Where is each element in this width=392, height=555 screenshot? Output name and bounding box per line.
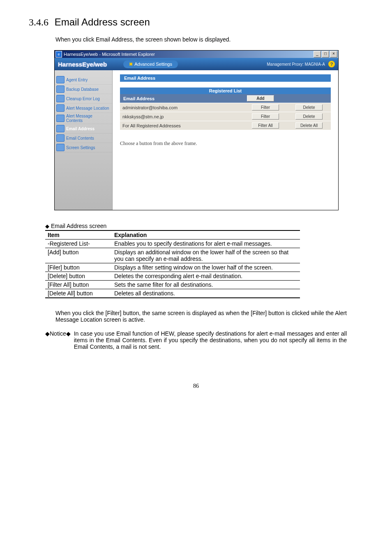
gear-icon [56, 144, 65, 151]
email-cell: administrator@toshiba.com [120, 103, 244, 112]
registered-table: Email Address Add administrator@toshiba.… [120, 94, 331, 130]
email-cell: nkkskyss@stm.ne.jp [120, 112, 244, 121]
help-icon[interactable]: ? [328, 61, 335, 67]
alert-icon [56, 115, 65, 122]
sidebar-item-alert-message-location[interactable]: Alert Message Location [55, 104, 112, 113]
sidebar-item-screen-settings[interactable]: Screen Settings [55, 143, 112, 152]
tools-icon: ✖ [129, 62, 133, 67]
section-title-text: Email Address screen [55, 16, 150, 28]
notice-block: ◆Notice◆ In case you use Email function … [45, 330, 347, 350]
ie-title: HarnessEye/web - Microsoft Internet Expl… [64, 52, 155, 57]
app-header: HarnessEye/web ✖ Advanced Settings Manag… [55, 58, 338, 70]
sidebar-item-email-contents[interactable]: Email Contents [55, 134, 112, 143]
notice-label: ◆Notice◆ [45, 330, 71, 350]
panel-title: Email Address [120, 74, 331, 82]
lower-frame-message: Choose a button from the above frame. [120, 140, 331, 147]
sidebar-item-cleanup-error-log[interactable]: Cleanup Error Log [55, 94, 112, 104]
notice-text: In case you use Email function of HEW, p… [74, 330, 347, 350]
sidebar-item-email-address[interactable]: Email Address [55, 124, 112, 134]
log-icon [56, 95, 65, 102]
section-number: 3.4.6 [29, 17, 48, 28]
delete-all-button[interactable]: Delete All [295, 122, 323, 129]
mgmt-proxy-label: Management Proxy: MAGNIA-A [267, 62, 325, 67]
filter-all-button[interactable]: Filter All [252, 122, 279, 129]
delete-button[interactable]: Delete [295, 104, 323, 111]
db-icon [56, 85, 65, 93]
sidebar: Agent Entry Backup Database Cleanup Erro… [55, 70, 113, 210]
delete-button[interactable]: Delete [295, 113, 323, 120]
ie-titlebar: e HarnessEye/web - Microsoft Internet Ex… [55, 51, 338, 58]
explanation-title: ◆ Email Address screen [45, 223, 363, 229]
col-explanation: Explanation [112, 230, 300, 240]
folder-icon [56, 76, 65, 83]
col-email: Email Address [120, 94, 244, 103]
close-button[interactable]: × [330, 51, 337, 58]
sidebar-item-alert-message-contents[interactable]: Alert Message Contents [55, 113, 112, 124]
filter-button[interactable]: Filter [252, 104, 279, 111]
explanation-table: Item Explanation -Registered List-Enable… [45, 230, 300, 298]
add-button[interactable]: Add [247, 95, 274, 101]
diamond-icon: ◆ [45, 223, 49, 229]
mail-icon [56, 134, 65, 142]
sidebar-item-agent-entry[interactable]: Agent Entry [55, 75, 112, 85]
content-area: Email Address Registered List Email Addr… [113, 70, 338, 210]
filter-button[interactable]: Filter [252, 113, 279, 120]
section-title: 3.4.6 Email Address screen [29, 16, 363, 28]
ie-window: e HarnessEye/web - Microsoft Internet Ex… [54, 50, 339, 210]
tab-label: Advanced Settings [134, 62, 172, 67]
sidebar-item-backup-database[interactable]: Backup Database [55, 85, 112, 94]
intro-text: When you click Email Address, the screen… [55, 36, 363, 43]
page-number: 86 [29, 383, 363, 389]
mail-icon [56, 125, 65, 132]
table-row-all: For All Registered Addresses Filter All … [120, 121, 331, 130]
ie-icon: e [55, 51, 62, 58]
minimize-button[interactable]: _ [314, 51, 321, 58]
screenshot: e HarnessEye/web - Microsoft Internet Ex… [54, 50, 338, 210]
alert-icon [56, 104, 65, 112]
col-item: Item [45, 230, 112, 240]
maximize-button[interactable]: □ [322, 51, 329, 58]
table-row: nkkskyss@stm.ne.jp Filter Delete [120, 112, 331, 121]
app-logo: HarnessEye/web [58, 61, 107, 68]
filter-paragraph: When you click the [Filter] button, the … [55, 310, 347, 323]
registered-list-header: Registered List [120, 88, 331, 94]
table-row: administrator@toshiba.com Filter Delete [120, 103, 331, 112]
all-registered-label: For All Registered Addresses [120, 121, 244, 130]
tab-advanced-settings[interactable]: ✖ Advanced Settings [123, 60, 178, 68]
